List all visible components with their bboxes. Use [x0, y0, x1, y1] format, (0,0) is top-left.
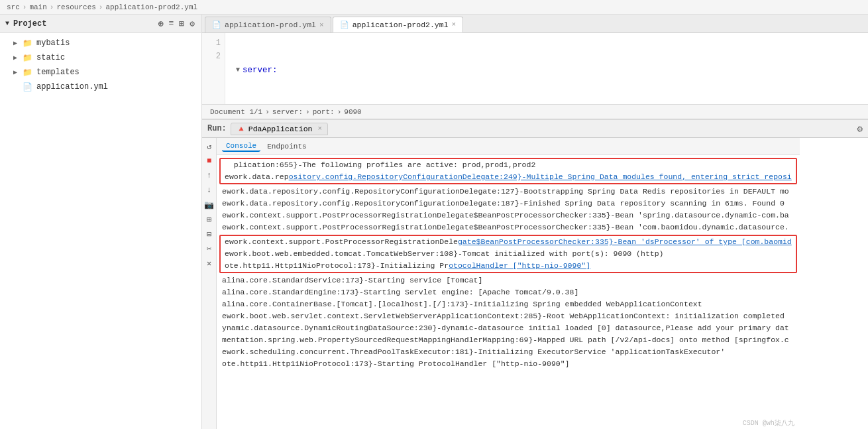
doc-indicator: Document 1/1: [210, 108, 262, 116]
breadcrumb-src: src: [7, 3, 20, 11]
editor-area: 📄 application-prod.yml × 📄 application-p…: [202, 15, 868, 429]
tab-application-prod2[interactable]: 📄 application-prod2.yml ×: [333, 17, 464, 32]
sidebar: ▼ Project ⊕ ≡ ⊞ ⚙ ▶ 📁 mybatis ▶ 📁 static: [0, 15, 202, 429]
tab-close-prod2[interactable]: ×: [452, 21, 457, 29]
log-text-17: ote.http11.Http11NioProtocol:173}-Starti…: [222, 358, 570, 370]
log-line-14: ynamic.datasource.DynamicRoutingDataSour…: [217, 322, 800, 334]
log-line-9: ote.http11.Http11NioProtocol:173}-Initia…: [221, 260, 796, 272]
log-line-1: plication:655}-The following profiles ar…: [221, 159, 796, 171]
folder-icon-mybatis: 📁: [23, 38, 34, 48]
log-line-6: ework.context.support.PostProcessorRegis…: [217, 221, 800, 233]
run-tab-icon: 🔺: [237, 125, 246, 133]
log-text-5: ework.context.support.PostProcessorRegis…: [222, 210, 789, 221]
breadcrumb-arrow-2: ›: [50, 3, 54, 11]
log-line-5: ework.context.support.PostProcessorRegis…: [217, 210, 800, 221]
log-box-group-1: plication:655}-The following profiles ar…: [219, 158, 797, 184]
run-bar: Run: 🔺 PdaApplication × ⚙: [202, 119, 868, 138]
add-icon[interactable]: ⊕: [157, 18, 165, 30]
unindent-icon[interactable]: ⊟: [203, 228, 215, 240]
tab-icon-prod: 📄: [212, 21, 221, 29]
line-numbers: 1 2: [202, 33, 225, 104]
sb-arrow-2: ›: [305, 108, 310, 116]
breadcrumb-resources: resources: [56, 3, 95, 11]
sb-server: server:: [272, 108, 303, 116]
log-line-4: ework.data.repository.config.RepositoryC…: [217, 198, 800, 210]
restart-icon[interactable]: ↺: [203, 141, 215, 153]
lower-layout: ↺ ■ ↑ ↓ 📷 ⊞ ⊟ ✂ ✕ Console Endpoints: [202, 138, 868, 429]
top-breadcrumb: src › main › resources › application-pro…: [0, 0, 868, 15]
tree-item-mybatis[interactable]: ▶ 📁 mybatis: [0, 36, 201, 50]
project-panel-header: ▼ Project ⊕ ≡ ⊞ ⚙: [0, 15, 201, 33]
log-line-10: alina.core.StandardService:173}-Starting…: [217, 275, 800, 286]
sb-arrow-3: ›: [337, 108, 342, 116]
scroll-up-icon[interactable]: ↑: [203, 170, 215, 182]
breadcrumb-arrow-3: ›: [99, 3, 103, 11]
log-text-13: ework.boot.web.servlet.context.ServletWe…: [222, 310, 785, 322]
folder-icon-static: 📁: [23, 53, 34, 63]
settings-icon[interactable]: ⚙: [188, 18, 196, 30]
tab-endpoints[interactable]: Endpoints: [263, 142, 310, 151]
code-line-1: ▼server:: [236, 64, 868, 77]
fold-icon[interactable]: ⊞: [203, 214, 215, 225]
tree-label-application-yml: application.yml: [36, 82, 108, 92]
log-text-12: alina.core.ContainerBase.[Tomcat].[local…: [222, 298, 702, 310]
log-output[interactable]: plication:655}-The following profiles ar…: [217, 155, 800, 418]
list-icon[interactable]: ≡: [168, 18, 176, 30]
editor-status-breadcrumb: Document 1/1 › server: › port: › 9090: [202, 104, 868, 119]
code-area[interactable]: 1 2 ▼server: ▼port: 9090: [202, 33, 868, 104]
panel-header-icons: ⊕ ≡ ⊞ ⚙: [157, 18, 196, 30]
run-settings-button[interactable]: ⚙: [857, 123, 863, 135]
top-section: 1 2 ▼server: ▼port: 9090 Document 1/1: [202, 33, 868, 119]
log-text-14: ynamic.datasource.DynamicRoutingDataSour…: [222, 322, 789, 334]
tree-arrow-templates: ▶: [13, 68, 23, 76]
log-line-2: ework.data.repository.config.RepositoryC…: [221, 171, 796, 183]
console-side-icons: ↺ ■ ↑ ↓ 📷 ⊞ ⊟ ✂ ✕: [202, 138, 217, 429]
log-line-12: alina.core.ContainerBase.[Tomcat].[local…: [217, 298, 800, 310]
console-area: Console Endpoints plication:655}-The fol…: [217, 138, 800, 429]
tree-item-static[interactable]: ▶ 📁 static: [0, 50, 201, 65]
log-line-7: ework.context.support.PostProcessorRegis…: [221, 236, 796, 248]
log-line-13: ework.boot.web.servlet.context.ServletWe…: [217, 310, 800, 322]
log-text-9: ote.http11.Http11NioProtocol:173}-Initia…: [225, 260, 590, 272]
watermark: CSDN @wh柒八九: [217, 418, 800, 429]
scroll-down-icon[interactable]: ↓: [203, 184, 215, 196]
log-text-1: plication:655}-The following profiles ar…: [225, 159, 535, 171]
editor-content: 1 2 ▼server: ▼port: 9090 Document 1/1: [202, 33, 868, 119]
log-text-10: alina.core.StandardService:173}-Starting…: [222, 275, 482, 286]
clear-icon[interactable]: ✂: [203, 243, 215, 255]
code-server-key: server:: [243, 64, 278, 77]
log-text-7: ework.context.support.PostProcessorRegis…: [225, 236, 792, 248]
close-console-icon[interactable]: ✕: [203, 257, 215, 269]
collapse-arrow-1: ▼: [236, 65, 240, 76]
tree-label-templates: templates: [36, 68, 80, 77]
tree-arrow-static: ▶: [13, 54, 23, 62]
run-tab-pda[interactable]: 🔺 PdaApplication ×: [231, 123, 328, 135]
run-label: Run:: [207, 124, 227, 133]
tree-item-templates[interactable]: ▶ 📁 templates: [0, 65, 201, 80]
panel-collapse-arrow[interactable]: ▼: [5, 20, 9, 27]
log-text-2: ework.data.repository.config.RepositoryC…: [225, 171, 792, 183]
log-text-15: mentation.spring.web.PropertySourcedRequ…: [222, 334, 789, 346]
console-toolbar: Console Endpoints: [217, 138, 800, 155]
log-line-16: ework.scheduling.concurrent.ThreadPoolTa…: [217, 346, 800, 358]
tab-console[interactable]: Console: [222, 141, 260, 152]
folder-icon-templates: 📁: [23, 68, 34, 78]
line-num-1: 1: [202, 37, 221, 50]
log-text-6: ework.context.support.PostProcessorRegis…: [222, 221, 789, 233]
screenshot-icon[interactable]: 📷: [203, 199, 215, 211]
main-layout: ▼ Project ⊕ ≡ ⊞ ⚙ ▶ 📁 mybatis ▶ 📁 static: [0, 15, 868, 429]
stop-icon[interactable]: ■: [203, 155, 215, 167]
tree-arrow-mybatis: ▶: [13, 39, 23, 47]
tab-application-prod[interactable]: 📄 application-prod.yml ×: [205, 17, 331, 32]
tab-close-prod[interactable]: ×: [319, 21, 324, 29]
file-tree: ▶ 📁 mybatis ▶ 📁 static ▶ 📁 templates ▶ 📄…: [0, 33, 201, 429]
log-text-11: alina.core.StandardEngine:173}-Starting …: [222, 286, 578, 298]
bottom-section: Run: 🔺 PdaApplication × ⚙ ↺ ■ ↑ ↓ 📷 ⊞: [202, 119, 868, 429]
run-tab-close[interactable]: ×: [317, 125, 322, 133]
tree-item-application-yml[interactable]: ▶ 📄 application.yml: [0, 80, 201, 94]
sb-value: 9090: [344, 108, 361, 116]
expand-icon[interactable]: ⊞: [178, 18, 186, 30]
run-tab-label: PdaApplication: [248, 125, 313, 133]
log-line-15: mentation.spring.web.PropertySourcedRequ…: [217, 334, 800, 346]
log-line-11: alina.core.StandardEngine:173}-Starting …: [217, 286, 800, 298]
